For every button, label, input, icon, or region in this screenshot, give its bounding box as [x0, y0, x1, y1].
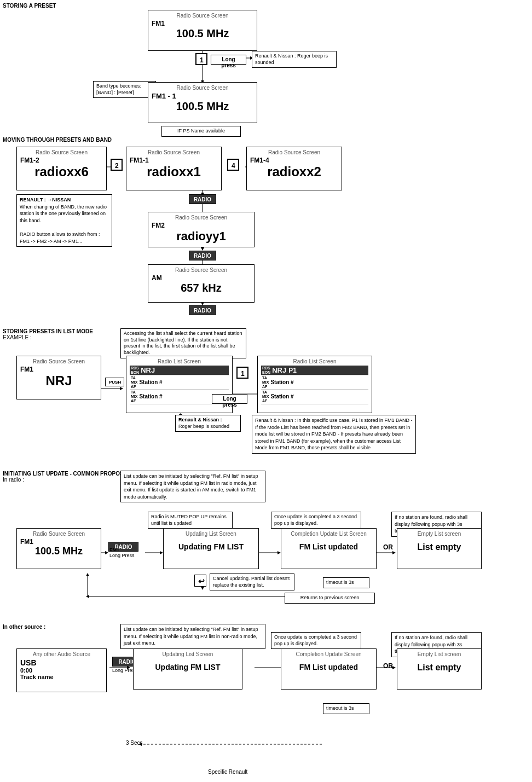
- three-secs-label: 3 Secs: [126, 740, 143, 746]
- list-p1-label: P1: [288, 367, 297, 374]
- band-fm12: FM1-2: [20, 157, 103, 164]
- screen-completion-s5-title: Completion Update Screen: [285, 651, 373, 657]
- svg-marker-43: [86, 573, 89, 576]
- list-station-p1-2: Station #: [270, 379, 293, 385]
- screen-updating-s4-title: Updating List Screen: [167, 531, 255, 537]
- screen-s4-band: FM1: [20, 538, 97, 546]
- list-station-p1-3: Station #: [270, 393, 293, 399]
- section1-header: STORING A PRESET: [3, 3, 56, 9]
- note-specific-use: Renault & Nissan : In this specific use …: [252, 415, 416, 454]
- screen-s4-freq: 100.5 MHz: [20, 546, 97, 557]
- note-renault-1: Renault & Nissan : Roger beep is sounded: [252, 51, 337, 68]
- screen-s4-radio: Radio Source Screen FM1 100.5 MHz: [16, 528, 101, 569]
- svg-marker-37: [392, 551, 396, 554]
- note-band-becomes: Band type becomes:[BAND] : [Preset]: [93, 81, 156, 98]
- station-fm2: radioyy1: [152, 229, 251, 244]
- section3-header: STORING PRESETS IN LIST MODE: [3, 328, 93, 334]
- screen-title-fm11: Radio Source Screen: [130, 149, 218, 155]
- note-once-update-2: Once update is completed a 3 second pop …: [271, 632, 361, 649]
- screen-other-title: Any other Audio Source: [20, 651, 103, 657]
- band-am: AM: [152, 274, 251, 282]
- section3-example: EXAMPLE :: [3, 334, 32, 340]
- section4-header: INITIATING LIST UPDATE - COMMON PROPOSAL: [3, 471, 131, 477]
- screen-completion-s5: Completion Update Screen FM List updated: [281, 648, 377, 690]
- screen-empty-s4-content: List empty: [401, 542, 478, 552]
- screen-updating-s5-title: Updating List Screen: [137, 651, 239, 657]
- list-nrj-p1: NRJ: [272, 366, 286, 374]
- section2-header: MOVING THROUGH PRESETS AND BAND: [3, 137, 112, 143]
- screen-updating-s5: Updating List Screen Updating FM LIST: [133, 648, 242, 690]
- long-press-1[interactable]: Long press: [211, 55, 246, 65]
- band-label-2: FM1 - 1: [152, 92, 253, 100]
- note-roger-beep-strong: Renault & Nissan :: [178, 417, 222, 422]
- freq-2: 100.5 MHz: [152, 100, 253, 113]
- band-fm11: FM1-1: [130, 157, 218, 164]
- num-button-4[interactable]: 4: [227, 159, 239, 171]
- long-press-s4-label: Long Press: [109, 553, 135, 558]
- freq-am: 657 kHz: [152, 282, 251, 294]
- num-button-1b[interactable]: 1: [236, 367, 248, 379]
- screen-list-2-title: Radio List Screen: [261, 358, 368, 364]
- list-station-2: Station #: [139, 379, 162, 385]
- screen-updating-s4-content: Updating FM LIST: [167, 542, 255, 551]
- cancel-back-1[interactable]: ↩: [194, 575, 206, 587]
- screen-radio-source-1: Radio Source Screen FM1 100.5 MHz: [148, 10, 257, 51]
- screen-title-1: Radio Source Screen: [152, 13, 253, 19]
- svg-marker-25: [120, 387, 123, 390]
- note-list-update: List update can be initiated by selectin…: [120, 471, 265, 502]
- note-accessing-list: Accessing the list shall select the curr…: [120, 328, 246, 358]
- note-cancel-partial: Cancel updating. Partial list doesn't re…: [210, 574, 294, 590]
- section4-sublabel: In radio :: [3, 477, 24, 483]
- radio-button-3[interactable]: RADIO: [189, 305, 216, 315]
- screen-updating-s4: Updating List Screen Updating FM LIST: [163, 528, 259, 569]
- list-nrj-1: NRJ: [141, 366, 155, 374]
- station-fm12: radioxx6: [20, 164, 103, 179]
- fm1-label-s4: FM1: [109, 547, 119, 553]
- screen-completion-s4-content: FM List updated: [285, 542, 373, 551]
- long-press-2[interactable]: Long press: [212, 394, 247, 404]
- note-roger-beep-text: Roger beep is sounded: [178, 424, 229, 429]
- screen-fm14: Radio Source Screen FM1-4 radioxx2: [246, 147, 342, 190]
- note-returns-prev: Returns to previous screen: [285, 593, 375, 604]
- num-button-2[interactable]: 2: [111, 159, 123, 171]
- screen-title-fm14: Radio Source Screen: [250, 149, 338, 155]
- screen-title-fm12: Radio Source Screen: [20, 149, 103, 155]
- station-fm11: radioxx1: [130, 164, 218, 179]
- screen-completion-s5-content: FM List updated: [285, 663, 373, 671]
- list-item-2: TAMIXAF Station #: [130, 375, 229, 390]
- list-item-p1-2: TAMIXAF Station #: [261, 375, 368, 390]
- push-button[interactable]: PUSH: [105, 378, 124, 386]
- list-item-p1-highlighted: RDSEON NRJ P1: [261, 366, 368, 375]
- note-timeout-1: timeout is 3s: [323, 577, 369, 588]
- list-icons-p1-2: TAMIXAF: [262, 376, 269, 389]
- usb-time: 0:00: [20, 667, 103, 674]
- station-nrj: NRJ: [20, 373, 97, 389]
- band-label-1: FM1: [152, 20, 253, 27]
- list-item-1-highlighted: RDSEON NRJ: [130, 366, 229, 375]
- screen-am: Radio Source Screen AM 657 kHz: [148, 264, 255, 303]
- list-icons-p1-3: TAMIXAF: [262, 390, 269, 403]
- freq-1: 100.5 MHz: [152, 27, 253, 40]
- screen-title-fm2: Radio Source Screen: [152, 215, 251, 221]
- list-item-p1-3: TAMIXAF Station #: [261, 390, 368, 404]
- radio-button-2[interactable]: RADIO: [189, 251, 216, 260]
- band-fm14: FM1-4: [250, 157, 338, 164]
- list-icons-2: TAMIXAF: [131, 376, 137, 389]
- list-icons-1: RDSEON: [131, 366, 139, 374]
- note-list-update-2: List update can be initiated by selectin…: [120, 624, 265, 649]
- screen-other-source: Any other Audio Source USB 0:00 Track na…: [16, 648, 107, 692]
- svg-marker-39: [201, 587, 204, 590]
- screen-title-am: Radio Source Screen: [152, 267, 251, 273]
- note-renault-2-text: When changing of BAND, the new radio sta…: [20, 204, 107, 244]
- usb-track: Track name: [20, 674, 103, 680]
- band-becomes-text: Band type becomes:[BAND] : [Preset]: [96, 83, 141, 95]
- svg-marker-41: [86, 595, 89, 598]
- screen-fm12: Radio Source Screen FM1-2 radioxx6: [16, 147, 107, 190]
- band-usb: USB: [20, 658, 103, 667]
- num-button-1a[interactable]: 1: [195, 53, 207, 65]
- radio-button-1[interactable]: RADIO: [189, 194, 216, 204]
- screen-empty-s5-title: Empty List screen: [401, 651, 478, 657]
- screen-completion-s4-title: Completion Update List Screen: [285, 531, 373, 537]
- screen-radio-source-2: Radio Source Screen FM1 - 1 100.5 MHz: [148, 82, 257, 123]
- note-if-ps: IF PS Name available: [161, 126, 241, 137]
